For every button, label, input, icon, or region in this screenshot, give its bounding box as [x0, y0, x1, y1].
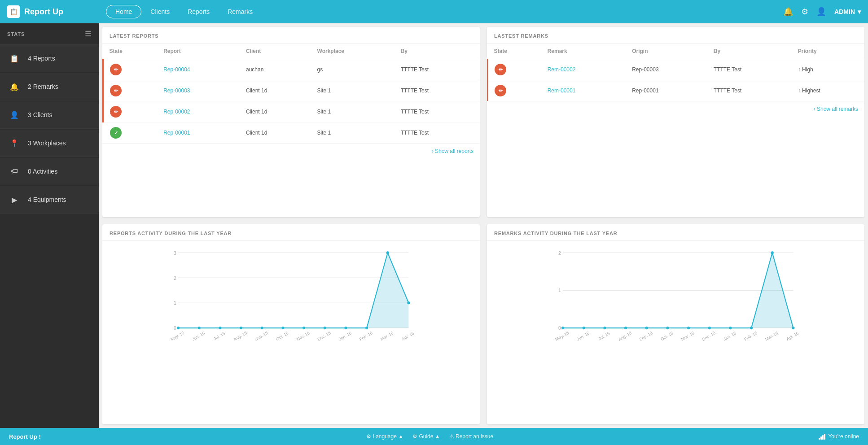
svg-point-14	[302, 326, 305, 329]
table-row: ✏ Rep-00003 Client 1d Site 1 TTTTE Test	[103, 80, 480, 101]
svg-text:3: 3	[174, 250, 176, 255]
status-icon: ✏	[110, 64, 122, 75]
status-cell: ✏	[488, 59, 541, 80]
col-workplace: Workplace	[311, 44, 395, 59]
svg-point-15	[324, 326, 326, 329]
status-icon: ✏	[495, 64, 506, 75]
svg-point-11	[240, 326, 242, 329]
svg-text:Jan. 16: Jan. 16	[723, 330, 737, 341]
client-cell: Client 1d	[240, 101, 311, 122]
nav-clients[interactable]: Clients	[141, 5, 179, 18]
by-cell: TTTTE Test	[395, 80, 480, 101]
svg-point-40	[603, 326, 606, 329]
sidebar-clients-label: 3 Clients	[28, 111, 52, 118]
app-title: Report Up	[24, 7, 63, 17]
svg-point-47	[750, 326, 753, 329]
remarks-chart-card: REMARKS ACTIVITY DURING THE LAST YEAR 01…	[487, 224, 864, 425]
status-icon: ✏	[110, 106, 122, 118]
reports-chart-svg: 0123May. 15Jun. 15Jul. 15Aug. 15Sep. 15O…	[110, 248, 473, 347]
nav-reports[interactable]: Reports	[179, 5, 219, 18]
footer-language[interactable]: ⚙ Language ▲	[366, 433, 403, 440]
report-cell: Rep-00003	[157, 80, 240, 101]
sidebar-item-remarks[interactable]: 🔔 2 Remarks	[0, 73, 99, 100]
svg-text:1: 1	[558, 288, 561, 293]
equipments-icon: ▶	[7, 192, 22, 207]
notifications-icon[interactable]: 🔔	[783, 7, 793, 17]
rem-col-priority: Priority	[792, 44, 864, 59]
svg-text:Jun. 15: Jun. 15	[576, 330, 590, 341]
svg-point-18	[386, 251, 389, 254]
svg-text:Dec. 15: Dec. 15	[316, 330, 332, 342]
svg-point-8	[177, 326, 180, 329]
status-cell: ✏	[488, 80, 541, 101]
footer-report-issue[interactable]: ⚠ Report an issue	[449, 433, 493, 440]
remarks-chart-title: REMARKS ACTIVITY DURING THE LAST YEAR	[487, 224, 864, 241]
bar3	[822, 435, 824, 440]
svg-point-12	[261, 326, 263, 329]
admin-menu[interactable]: ADMIN ▾	[834, 8, 861, 15]
footer: Report Up ! ⚙ Language ▲ ⚙ Guide ▲ ⚠ Rep…	[0, 428, 868, 445]
remark-link[interactable]: Rem-00001	[548, 87, 576, 94]
app-logo[interactable]: 📋 Report Up	[7, 5, 106, 18]
sidebar-workplaces-label: 3 Workplaces	[28, 140, 66, 147]
sidebar-item-equipments[interactable]: ▶ 4 Equipments	[0, 186, 99, 214]
status-cell: ✓	[103, 122, 158, 144]
svg-point-49	[792, 326, 794, 329]
workplace-cell: Site 1	[311, 80, 395, 101]
svg-text:Nov. 15: Nov. 15	[296, 330, 311, 341]
sidebar: STATS ☰ 📋 4 Reports 🔔 2 Remarks 👤 3 Clie…	[0, 23, 99, 428]
latest-remarks-card: LASTEST REMARKS State Remark Origin By P…	[487, 27, 864, 217]
sidebar-item-activities[interactable]: 🏷 0 Activities	[0, 158, 99, 185]
svg-point-13	[281, 326, 284, 329]
report-link[interactable]: Rep-00004	[163, 66, 190, 73]
show-all-remarks-link[interactable]: › Show all remarks	[487, 101, 864, 117]
svg-text:Jul. 15: Jul. 15	[597, 331, 611, 341]
reports-chart-title: REPORTS ACTIVITY DURING THE LAST YEAR	[102, 224, 480, 241]
sidebar-item-clients[interactable]: 👤 3 Clients	[0, 101, 99, 129]
svg-text:2: 2	[558, 250, 561, 255]
svg-text:Aug. 15: Aug. 15	[233, 330, 248, 342]
sidebar-remarks-label: 2 Remarks	[28, 83, 58, 90]
report-link[interactable]: Rep-00002	[163, 109, 190, 115]
svg-text:Feb. 16: Feb. 16	[359, 330, 373, 341]
svg-text:Oct. 15: Oct. 15	[660, 330, 674, 341]
latest-reports-title: LATEST REPORTS	[102, 27, 480, 44]
sidebar-reports-label: 4 Reports	[28, 55, 55, 62]
signal-icon	[819, 434, 825, 440]
svg-text:Apr. 16: Apr. 16	[401, 330, 415, 341]
origin-cell: Rep-00001	[626, 80, 707, 101]
settings-icon[interactable]: ⚙	[801, 7, 808, 17]
priority-cell: ↑ Highest	[792, 80, 864, 101]
svg-text:Feb. 16: Feb. 16	[743, 330, 758, 341]
clients-icon: 👤	[7, 108, 22, 122]
admin-label: ADMIN	[834, 8, 855, 15]
sidebar-equipments-label: 4 Equipments	[28, 196, 66, 203]
svg-point-9	[198, 326, 201, 329]
table-row: ✏ Rem-00001 Rep-00001 TTTTE Test ↑ Highe…	[488, 80, 865, 101]
sidebar-item-workplaces[interactable]: 📍 3 Workplaces	[0, 130, 99, 157]
svg-point-43	[666, 326, 669, 329]
remark-link[interactable]: Rem-00002	[548, 66, 576, 73]
footer-status: You're online	[819, 433, 859, 440]
rem-col-origin: Origin	[626, 44, 707, 59]
priority-cell: ↑ High	[792, 59, 864, 80]
show-all-reports-link[interactable]: › Show all reports	[102, 143, 480, 159]
footer-brand: Report Up !	[9, 433, 41, 440]
svg-text:Mar. 16: Mar. 16	[380, 330, 395, 341]
nav-remarks[interactable]: Remarks	[219, 5, 262, 18]
sidebar-item-reports[interactable]: 📋 4 Reports	[0, 45, 99, 72]
rem-col-by: By	[707, 44, 792, 59]
sidebar-header: STATS ☰	[0, 23, 99, 45]
nav-home[interactable]: Home	[106, 5, 141, 18]
svg-point-10	[219, 326, 221, 329]
report-link[interactable]: Rep-00003	[163, 87, 190, 94]
activities-icon: 🏷	[7, 164, 22, 179]
svg-text:Mar. 16: Mar. 16	[764, 330, 779, 341]
latest-remarks-title: LASTEST REMARKS	[487, 27, 864, 44]
content-area: LATEST REPORTS State Report Client Workp…	[99, 23, 868, 428]
reports-icon: 📋	[7, 51, 22, 65]
top-nav: 📋 Report Up Home Clients Reports Remarks…	[0, 0, 868, 23]
footer-guide[interactable]: ⚙ Guide ▲	[412, 433, 440, 440]
report-link[interactable]: Rep-00001	[163, 130, 190, 136]
hamburger-icon[interactable]: ☰	[85, 30, 92, 38]
